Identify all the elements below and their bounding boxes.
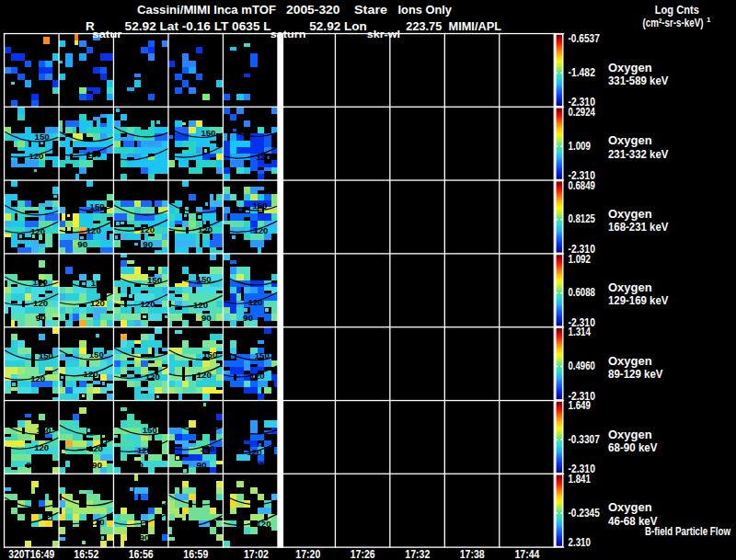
- svg-text:(cm²-sr-s-keV): (cm²-sr-s-keV): [643, 17, 704, 29]
- svg-text:1.314: 1.314: [569, 326, 592, 338]
- svg-text:Ions Only: Ions Only: [398, 3, 453, 17]
- svg-text:90: 90: [36, 314, 46, 323]
- svg-text:skr-wl: skr-wl: [367, 29, 400, 40]
- svg-text:0.2924: 0.2924: [569, 106, 596, 119]
- svg-text:Oxygen: Oxygen: [608, 354, 652, 368]
- svg-text:68-90 keV: 68-90 keV: [608, 440, 658, 454]
- svg-text:120: 120: [145, 372, 160, 382]
- svg-text:150: 150: [39, 351, 53, 360]
- svg-text:150: 150: [147, 276, 162, 285]
- svg-text:120: 120: [34, 443, 49, 452]
- svg-text:90: 90: [197, 461, 207, 470]
- svg-text:90: 90: [77, 240, 87, 249]
- svg-text:17:38: 17:38: [460, 548, 485, 560]
- svg-text:150: 150: [197, 275, 212, 284]
- svg-text:Oxygen: Oxygen: [608, 428, 652, 441]
- svg-text:17:32: 17:32: [405, 548, 430, 560]
- svg-text:150: 150: [91, 279, 106, 288]
- svg-text:0.8125: 0.8125: [569, 212, 596, 225]
- svg-text:saturn: saturn: [270, 29, 306, 40]
- svg-text:120: 120: [248, 298, 263, 307]
- svg-text:52.92 Lon: 52.92 Lon: [309, 19, 367, 33]
- svg-text:-0.6537: -0.6537: [569, 32, 601, 45]
- svg-text:120: 120: [30, 227, 45, 236]
- svg-text:120: 120: [141, 300, 155, 309]
- svg-text:Log Cnts: Log Cnts: [655, 3, 699, 17]
- svg-text:150: 150: [33, 278, 48, 287]
- svg-text:1.841: 1.841: [569, 473, 592, 486]
- svg-text:150: 150: [255, 351, 270, 360]
- svg-text:129-169 keV: 129-169 keV: [608, 293, 669, 307]
- svg-text:120: 120: [30, 374, 45, 383]
- svg-text:90: 90: [254, 461, 264, 470]
- svg-text:120: 120: [257, 520, 271, 529]
- svg-text:120: 120: [84, 370, 98, 379]
- svg-text:-0.3307: -0.3307: [569, 433, 601, 446]
- svg-text:320T16:49: 320T16:49: [8, 548, 54, 560]
- svg-text:0.6849: 0.6849: [569, 179, 596, 192]
- svg-text:52.92 Lat -0.16 LT 0635 L: 52.92 Lat -0.16 LT 0635 L: [125, 19, 271, 33]
- svg-text:Cassini/MIMI Inca mTOF: Cassini/MIMI Inca mTOF: [137, 3, 276, 17]
- svg-text:150: 150: [201, 129, 215, 138]
- svg-text:17:26: 17:26: [351, 548, 375, 560]
- svg-text:17:20: 17:20: [295, 548, 320, 560]
- svg-text:Oxygen: Oxygen: [608, 280, 652, 294]
- svg-text:150: 150: [143, 426, 157, 435]
- svg-text:150: 150: [252, 201, 267, 211]
- svg-text:120: 120: [90, 299, 105, 308]
- svg-text:150: 150: [198, 422, 213, 431]
- svg-text:231-332 keV: 231-332 keV: [608, 147, 669, 161]
- svg-text:120: 120: [88, 444, 103, 453]
- svg-text:2005-320: 2005-320: [286, 3, 340, 17]
- svg-text:89-129 keV: 89-129 keV: [608, 367, 663, 381]
- svg-text:120: 120: [137, 446, 152, 455]
- svg-text:B-field Particle Flow: B-field Particle Flow: [645, 525, 731, 538]
- svg-text:120: 120: [33, 299, 48, 308]
- svg-text:Oxygen: Oxygen: [608, 207, 652, 221]
- svg-text:120: 120: [29, 152, 43, 161]
- svg-text:Stare: Stare: [354, 3, 388, 17]
- svg-text:17:02: 17:02: [244, 548, 269, 560]
- svg-text:Oxygen: Oxygen: [608, 61, 652, 74]
- svg-text:168-231 keV: 168-231 keV: [608, 220, 669, 234]
- svg-text:120: 120: [253, 226, 268, 235]
- svg-text:120: 120: [193, 301, 208, 310]
- svg-text:120: 120: [90, 518, 105, 527]
- svg-text:MIMI/APL: MIMI/APL: [449, 19, 502, 33]
- svg-text:120: 120: [86, 226, 101, 235]
- svg-text:120: 120: [86, 150, 101, 159]
- svg-text:16:59: 16:59: [183, 548, 208, 560]
- svg-text:90: 90: [133, 461, 144, 470]
- svg-text:120: 120: [197, 371, 212, 380]
- svg-text:90: 90: [143, 240, 153, 249]
- svg-text:120: 120: [140, 225, 155, 234]
- svg-text:120: 120: [250, 371, 265, 381]
- svg-text:90: 90: [92, 461, 102, 470]
- svg-text:1.649: 1.649: [569, 399, 592, 412]
- svg-text:16:56: 16:56: [129, 548, 154, 560]
- svg-text:120: 120: [256, 153, 270, 162]
- svg-text:90: 90: [243, 314, 253, 323]
- svg-text:150: 150: [89, 350, 104, 360]
- svg-text:223.75: 223.75: [406, 19, 442, 33]
- svg-text:150: 150: [35, 132, 50, 142]
- svg-text:90: 90: [201, 314, 212, 323]
- svg-text:satur: satur: [92, 29, 122, 40]
- svg-text:150: 150: [90, 202, 105, 211]
- svg-text:90: 90: [26, 461, 36, 470]
- svg-text:120: 120: [201, 444, 215, 453]
- svg-text:1.009: 1.009: [569, 140, 592, 153]
- svg-text:Oxygen: Oxygen: [608, 500, 652, 514]
- svg-text:150: 150: [36, 426, 51, 435]
- svg-text:16:52: 16:52: [74, 548, 98, 560]
- svg-text:120: 120: [247, 448, 262, 457]
- svg-text:0.6088: 0.6088: [569, 286, 596, 299]
- svg-text:1.092: 1.092: [569, 253, 592, 266]
- svg-text:-0.2345: -0.2345: [569, 507, 601, 520]
- svg-text:150: 150: [202, 350, 217, 360]
- svg-text:0.4960: 0.4960: [569, 360, 596, 372]
- svg-text:1: 1: [707, 16, 711, 24]
- svg-text:-1.482: -1.482: [569, 66, 596, 79]
- svg-text:17:44: 17:44: [515, 548, 540, 560]
- svg-text:2.310: 2.310: [569, 536, 592, 549]
